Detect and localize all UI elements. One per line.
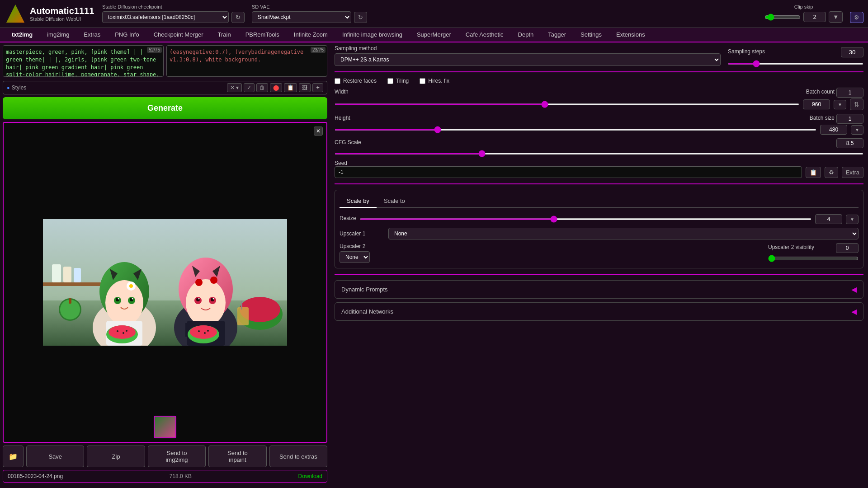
vae-refresh-btn[interactable]: ↻	[354, 12, 367, 23]
hires-fix-checkbox[interactable]: Hires. fix	[420, 78, 449, 84]
vae-label: SD VAE	[252, 4, 367, 9]
styles-trash-btn[interactable]: 🗑	[256, 83, 268, 92]
checkpoint-refresh-btn[interactable]: ↻	[231, 12, 245, 23]
image-close-btn[interactable]: ✕	[314, 127, 323, 136]
styles-check-btn[interactable]: ✓	[244, 83, 255, 92]
tab-txt2img[interactable]: txt2img	[5, 28, 40, 42]
send-to-extras-btn[interactable]: Send to extras	[269, 446, 327, 467]
batch-count-label: Batch count	[806, 89, 835, 95]
tab-img2img[interactable]: img2img	[40, 28, 76, 42]
tab-supermerger[interactable]: SuperMerger	[410, 28, 458, 42]
clip-skip-down[interactable]: ▼	[829, 11, 843, 23]
tab-cafe-aesthetic[interactable]: Cafe Aesthetic	[458, 28, 511, 42]
styles-image-btn[interactable]: 🖼	[299, 83, 311, 92]
prompts-row: masterpiece, green, pink, [pink theme] |…	[3, 45, 327, 78]
dynamic-prompts-label: Dynamic Prompts	[341, 286, 388, 293]
additional-networks-section[interactable]: Additional Networks ◀	[335, 302, 863, 321]
styles-copy-btn[interactable]: 📋	[284, 83, 297, 92]
sampling-steps-input[interactable]	[841, 47, 863, 57]
width-input[interactable]	[803, 99, 830, 109]
scale-by-tab[interactable]: Scale by	[340, 195, 377, 208]
negative-prompt-area: (easynegative:0.7), (verybadimagenegativ…	[166, 45, 327, 78]
dynamic-prompts-section[interactable]: Dynamic Prompts ◀	[335, 280, 863, 299]
styles-clear-btn[interactable]: ✕ ▾	[227, 83, 242, 92]
tab-png-info[interactable]: PNG Info	[108, 28, 146, 42]
tab-settings[interactable]: Settings	[573, 28, 609, 42]
tab-extras[interactable]: Extras	[76, 28, 108, 42]
batch-size-input[interactable]	[836, 114, 863, 124]
styles-label: ● Styles	[7, 84, 26, 91]
scale-to-tab[interactable]: Scale to	[377, 195, 412, 208]
seed-recycle-btn[interactable]: ♻	[825, 167, 838, 178]
svg-point-38	[198, 298, 200, 300]
restore-faces-checkbox[interactable]: Restore faces	[335, 78, 377, 84]
styles-icons: ✕ ▾ ✓ 🗑 ⬤ 📋 🖼 ✦	[227, 83, 323, 92]
svg-rect-11	[69, 298, 71, 304]
nav-tabs: txt2img img2img Extras PNG Info Checkpoi…	[0, 28, 868, 42]
tab-infinite-zoom[interactable]: Infinite Zoom	[287, 28, 335, 42]
logo-icon	[5, 3, 26, 24]
resize-down-btn[interactable]: ▼	[846, 215, 859, 224]
styles-star-btn[interactable]: ✦	[312, 83, 323, 92]
height-down-btn[interactable]: ▼	[851, 125, 863, 135]
app-subtitle: Stable Diffusion WebUI	[30, 16, 94, 22]
resize-input[interactable]	[815, 214, 842, 224]
tab-train[interactable]: Train	[211, 28, 238, 42]
visibility-slider[interactable]	[768, 255, 859, 262]
additional-networks-arrow: ◀	[851, 307, 857, 316]
tiling-checkbox[interactable]: Tiling	[387, 78, 409, 84]
additional-networks-label: Additional Networks	[341, 308, 393, 315]
height-input[interactable]	[820, 125, 847, 135]
thumbnail-1[interactable]	[154, 416, 176, 438]
clip-skip-input[interactable]: 2	[803, 12, 826, 22]
send-to-img2img-btn[interactable]: Send toimg2img	[148, 446, 206, 467]
batch-count-input[interactable]	[836, 88, 863, 98]
svg-point-29	[123, 332, 124, 334]
logo-area: Automatic1111 Stable Diffusion WebUI	[5, 3, 95, 24]
width-slider[interactable]	[335, 103, 799, 105]
folder-btn[interactable]: 📁	[3, 446, 24, 467]
checkpoint-label: Stable Diffusion checkpoint	[102, 4, 245, 9]
styles-input[interactable]	[30, 84, 223, 91]
download-link[interactable]: Download	[298, 473, 322, 479]
tab-extensions[interactable]: Extensions	[609, 28, 652, 42]
file-name: 00185-2023-04-24.png	[8, 473, 63, 479]
swap-dimensions-btn[interactable]: ⇅	[850, 99, 863, 110]
cfg-input[interactable]	[836, 138, 863, 148]
visibility-input[interactable]	[836, 243, 859, 253]
resize-slider[interactable]	[360, 218, 811, 220]
upscaler1-select[interactable]: None	[388, 228, 859, 239]
send-to-inpaint-btn[interactable]: Send toinpaint	[208, 446, 266, 467]
generate-button[interactable]: Generate	[3, 97, 327, 119]
vae-select[interactable]: SnailVae.ckpt	[252, 11, 351, 23]
clip-skip-slider[interactable]	[764, 14, 801, 21]
sampling-method-select[interactable]: DPM++ 2S a Karras	[335, 53, 721, 66]
tab-pbremtools[interactable]: PBRemTools	[238, 28, 287, 42]
seed-group: Seed 📋 ♻ Extra	[335, 160, 863, 178]
right-panel: Sampling method DPM++ 2S a Karras Sampli…	[330, 42, 868, 485]
cfg-slider[interactable]	[335, 153, 863, 155]
checkpoint-select[interactable]: toximix03.safetensors [1aad08250c]	[102, 11, 229, 23]
positive-prompt-input[interactable]: masterpiece, green, pink, [pink theme] |…	[3, 45, 164, 77]
height-slider[interactable]	[335, 129, 816, 131]
checkpoint-group: Stable Diffusion checkpoint toximix03.sa…	[102, 4, 245, 23]
styles-red-btn[interactable]: ⬤	[270, 83, 282, 92]
tab-checkpoint-merger[interactable]: Checkpoint Merger	[146, 28, 211, 42]
settings-icon-btn[interactable]: ⚙	[850, 12, 863, 23]
seed-paste-btn[interactable]: 📋	[806, 167, 821, 178]
upscaler2-label: Upscaler 2	[340, 243, 385, 249]
tab-infinite-browsing[interactable]: Infinite image browsing	[335, 28, 410, 42]
header-controls: Stable Diffusion checkpoint toximix03.sa…	[102, 4, 863, 23]
tab-depth[interactable]: Depth	[511, 28, 541, 42]
width-down-btn[interactable]: ▼	[834, 100, 846, 109]
batch-size-label: Batch size	[810, 115, 835, 121]
seed-input[interactable]	[335, 166, 802, 178]
sampling-steps-slider[interactable]	[728, 63, 863, 65]
extra-seed-btn[interactable]: Extra	[842, 167, 863, 178]
upscaler2-left: Upscaler 2 None	[340, 243, 761, 263]
negative-prompt-input[interactable]: (easynegative:0.7), (verybadimagenegativ…	[166, 45, 327, 77]
tab-tagger[interactable]: Tagger	[541, 28, 573, 42]
zip-btn[interactable]: Zip	[87, 446, 145, 467]
save-btn[interactable]: Save	[26, 446, 84, 467]
upscaler2-select[interactable]: None	[340, 251, 370, 263]
